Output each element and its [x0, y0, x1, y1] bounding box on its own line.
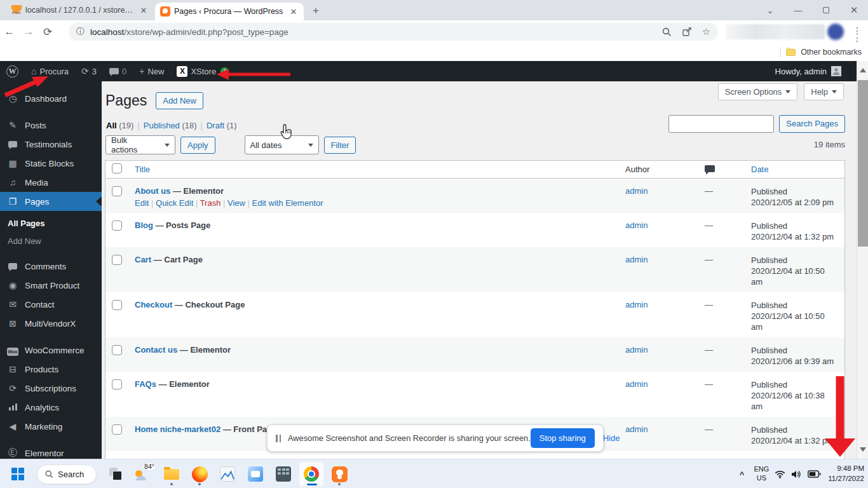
row-action-trash[interactable]: Trash	[200, 198, 221, 208]
comments-column-icon[interactable]	[705, 165, 715, 172]
sidebar-item-marketing[interactable]: ◀Marketing	[0, 417, 102, 436]
view-all[interactable]: All (19)	[106, 121, 133, 130]
row-action-edit[interactable]: Edit	[135, 198, 149, 208]
dates-filter-select[interactable]: All dates	[245, 135, 319, 154]
bulk-actions-select[interactable]: Bulk actions	[105, 135, 175, 154]
photos-app-button[interactable]	[215, 461, 240, 487]
share-icon[interactable]	[682, 27, 692, 37]
close-button[interactable]: ✕	[840, 4, 868, 16]
browser-scrollbar[interactable]	[857, 61, 868, 459]
sidebar-subitem-add-new[interactable]: Add New	[0, 233, 102, 250]
sidebar-item-posts[interactable]: ✎Posts	[0, 116, 102, 135]
tray-expand-chevron-icon[interactable]: ^	[736, 470, 749, 479]
xampp-button[interactable]	[327, 461, 352, 487]
row-checkbox[interactable]	[112, 220, 122, 231]
page-title-link[interactable]: Home niche-market02	[135, 424, 220, 434]
author-link[interactable]: admin	[625, 220, 648, 230]
sidebar-subitem-all-pages[interactable]: All Pages	[0, 215, 102, 233]
row-action-quick-edit[interactable]: Quick Edit	[156, 198, 193, 208]
task-view-button[interactable]	[103, 461, 128, 487]
scroll-down-icon[interactable]	[860, 447, 866, 455]
media-app-button[interactable]	[243, 461, 268, 487]
back-button[interactable]: ←	[0, 25, 19, 38]
scrollbar-thumb[interactable]	[858, 80, 868, 247]
weather-widget[interactable]: ☁ 84°	[131, 461, 156, 487]
volume-icon[interactable]	[791, 470, 802, 478]
view-draft[interactable]: Draft (1)	[207, 121, 237, 130]
reload-button[interactable]: ⟳	[38, 25, 57, 39]
site-name-menu[interactable]: ⌂Procura	[25, 61, 75, 81]
apply-button[interactable]: Apply	[180, 137, 215, 154]
other-bookmarks[interactable]: Other bookmarks	[801, 48, 862, 57]
tab-wordpress-pages[interactable]: Pages ‹ Procura — WordPress ✕	[155, 3, 304, 20]
row-action-view[interactable]: View	[227, 198, 245, 208]
row-checkbox[interactable]	[112, 255, 122, 265]
search-pages-input[interactable]	[668, 115, 774, 133]
page-title-link[interactable]: FAQs	[135, 379, 156, 389]
address-bar[interactable]: ⓘ localhost/xstore/wp-admin/edit.php?pos…	[69, 23, 718, 41]
maximize-button[interactable]	[812, 6, 840, 15]
sidebar-item-elementor[interactable]: ⒺElementor	[0, 444, 102, 459]
search-pages-button[interactable]: Search Pages	[779, 115, 845, 133]
sidebar-item-analytics[interactable]: Analytics	[0, 398, 102, 417]
scroll-up-icon[interactable]	[860, 65, 866, 72]
comments-menu[interactable]: 0	[103, 61, 133, 81]
url-text[interactable]: localhost/xstore/wp-admin/edit.php?post_…	[90, 27, 652, 37]
row-checkbox[interactable]	[112, 424, 122, 435]
add-new-button[interactable]: Add New	[156, 92, 203, 109]
language-switcher[interactable]: ENGUS	[754, 465, 769, 483]
page-title-link[interactable]: Cart	[135, 255, 151, 264]
sidebar-item-static-blocks[interactable]: ▦Static Blocks	[0, 154, 102, 173]
row-checkbox[interactable]	[112, 379, 122, 390]
sidebar-item-woocommerce[interactable]: WooWooCommerce	[0, 341, 102, 360]
sidebar-item-smart-product[interactable]: ◉Smart Product	[0, 276, 102, 295]
file-explorer-button[interactable]	[159, 461, 184, 487]
sidebar-item-dashboard[interactable]: ◷Dashboard	[0, 89, 102, 108]
row-checkbox[interactable]	[112, 186, 122, 196]
sidebar-item-testimonials[interactable]: Testimonials	[0, 135, 102, 154]
taskbar-search[interactable]: Search	[37, 464, 97, 484]
row-checkbox[interactable]	[112, 300, 122, 310]
page-title-link[interactable]: About us	[135, 186, 170, 196]
tab-phpmyadmin[interactable]: PMA localhost / 127.0.0.1 / xstoredb | ✕	[6, 0, 154, 20]
help-button[interactable]: Help	[804, 83, 844, 100]
wp-logo-menu[interactable]: W	[0, 61, 25, 81]
sidebar-item-multivendorx[interactable]: ⊠MultiVendorX	[0, 314, 102, 333]
author-link[interactable]: admin	[625, 345, 648, 355]
browser-menu-chevron-icon[interactable]: ⌄	[756, 6, 784, 15]
row-checkbox[interactable]	[112, 345, 122, 355]
page-title-link[interactable]: Blog	[135, 220, 153, 230]
clock[interactable]: 9:48 PM11/27/2022	[828, 464, 864, 484]
wifi-icon[interactable]	[775, 470, 785, 478]
view-published[interactable]: Published (18)	[144, 121, 197, 130]
profile-avatar[interactable]	[827, 24, 844, 40]
select-all-checkbox[interactable]	[112, 163, 122, 173]
sidebar-item-products[interactable]: ⊟Products	[0, 360, 102, 379]
author-link[interactable]: admin	[625, 255, 648, 264]
sidebar-item-contact[interactable]: ✉Contact	[0, 295, 102, 314]
chrome-button[interactable]	[299, 461, 324, 487]
page-title-link[interactable]: Checkout	[135, 300, 172, 309]
updates-menu[interactable]: ⟳3	[75, 61, 103, 81]
tab-close-icon[interactable]: ✕	[139, 6, 149, 15]
column-header-title[interactable]: Title	[128, 161, 619, 178]
my-account-menu[interactable]: Howdy, admin	[775, 61, 841, 81]
xstore-menu[interactable]: XXStore!	[170, 61, 235, 81]
zoom-icon[interactable]	[662, 27, 672, 37]
author-link[interactable]: admin	[625, 186, 648, 196]
hide-banner-link[interactable]: Hide	[603, 433, 620, 443]
new-tab-button[interactable]: +	[313, 4, 319, 17]
screen-options-button[interactable]: Screen Options	[718, 83, 798, 100]
author-link[interactable]: admin	[625, 300, 648, 309]
minimize-button[interactable]: —	[784, 6, 812, 15]
column-header-date[interactable]: Date	[745, 161, 844, 178]
author-link[interactable]: admin	[625, 379, 648, 389]
new-content-menu[interactable]: +New	[133, 61, 170, 81]
page-title-link[interactable]: Contact us	[135, 345, 177, 355]
firefox-button[interactable]	[187, 461, 212, 487]
tab-close-icon[interactable]: ✕	[288, 7, 299, 17]
sidebar-item-comments[interactable]: Comments	[0, 257, 102, 276]
filter-button[interactable]: Filter	[324, 137, 356, 154]
row-action-edit-with-elementor[interactable]: Edit with Elementor	[252, 198, 323, 208]
sidebar-item-subscriptions[interactable]: ⟳Subscriptions	[0, 379, 102, 398]
